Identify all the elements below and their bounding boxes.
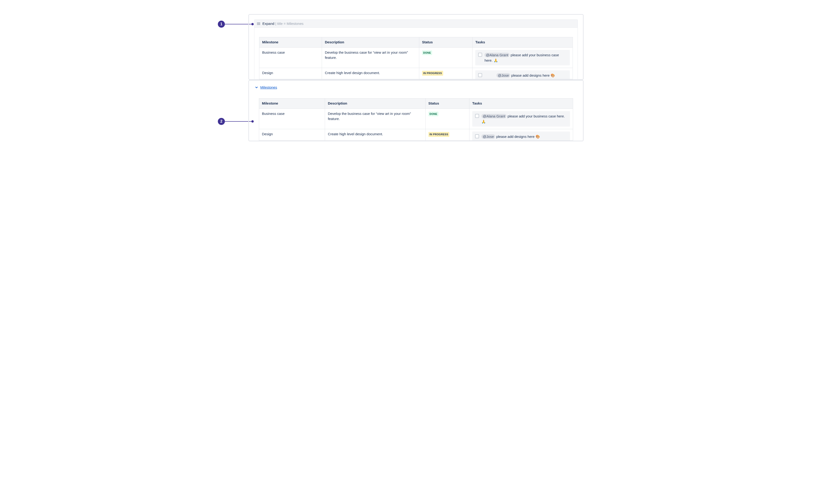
chevron-down-icon (255, 86, 258, 89)
cell-status[interactable]: DONE (425, 109, 469, 129)
col-description: Description (322, 37, 419, 48)
status-badge[interactable]: DONE (422, 50, 432, 55)
callout-line (225, 121, 252, 122)
col-status: Status (419, 37, 472, 48)
task-message: please add your business case here. (506, 114, 565, 118)
expand-block-label-type: Expand (262, 22, 274, 25)
task-text: @Jose please add designs here 🎨 (484, 73, 567, 78)
table-header-row: Milestone Description Status Tasks (260, 37, 573, 48)
task-text: @Alana Grant please add your business ca… (484, 52, 567, 63)
table-row: Business case Develop the business case … (260, 47, 573, 68)
expand-block-body: Milestone Description Status Tasks Busin… (254, 28, 578, 79)
rendered-panel: Milestones Milestone Description Status … (248, 80, 584, 141)
task-card: @Jose please add designs here 🎨 (475, 70, 570, 80)
status-badge[interactable]: IN PROGRESS (422, 71, 443, 76)
expand-block-label-title: | title = Milestones (274, 22, 303, 25)
callout-line (225, 24, 252, 24)
cell-milestone[interactable]: Design (259, 129, 325, 140)
cell-description[interactable]: Develop the business case for “view art … (325, 109, 425, 129)
col-tasks: Tasks (472, 37, 573, 48)
cell-description[interactable]: Create high level design document. (325, 129, 425, 140)
table-row: Design Create high level design document… (260, 68, 573, 79)
cell-tasks[interactable]: @Alana Grant please add your business ca… (469, 109, 573, 129)
cell-milestone[interactable]: Business case (259, 109, 325, 129)
expand-toggle[interactable]: Milestones (254, 85, 578, 91)
col-milestone: Milestone (259, 98, 325, 109)
user-mention[interactable]: @Alana Grant (481, 114, 506, 119)
task-checkbox[interactable] (478, 53, 482, 57)
expand-content: Milestone Description Status Tasks Busin… (254, 91, 578, 140)
milestones-table: Milestone Description Status Tasks Busin… (259, 98, 573, 140)
task-message: please add designs here (510, 73, 551, 77)
expand-block-label: Expand | title = Milestones (262, 22, 303, 25)
col-status: Status (425, 98, 469, 109)
expand-block-header[interactable]: Expand | title = Milestones (254, 19, 578, 28)
task-card: @Jose please add designs here 🎨 (472, 131, 570, 141)
cell-tasks[interactable]: @Alana Grant please add your business ca… (472, 47, 573, 68)
table-row: Business case Develop the business case … (259, 109, 573, 129)
editor-panel: Expand | title = Milestones Milestone De… (248, 14, 584, 80)
table-row: Design Create high level design document… (259, 129, 573, 140)
cell-status[interactable]: IN PROGRESS (425, 129, 469, 140)
callout-number: 2 (218, 118, 225, 125)
hands-emoji-icon: 🙏 (494, 58, 498, 62)
cell-description[interactable]: Develop the business case for “view art … (322, 47, 419, 68)
task-text: @Jose please add designs here 🎨 (481, 134, 567, 139)
cell-tasks[interactable]: @Jose please add designs here 🎨 (472, 68, 573, 79)
palette-emoji-icon: 🎨 (551, 73, 555, 77)
callout-dot (251, 23, 254, 25)
col-tasks: Tasks (469, 98, 573, 109)
milestones-table: Milestone Description Status Tasks Busin… (259, 37, 573, 79)
hands-emoji-icon: 🙏 (481, 120, 486, 124)
col-description: Description (325, 98, 425, 109)
task-card: @Alana Grant please add your business ca… (472, 111, 570, 127)
cell-description[interactable]: Create high level design document. (322, 68, 419, 79)
palette-emoji-icon: 🎨 (536, 134, 540, 139)
task-card: @Alana Grant please add your business ca… (475, 50, 570, 66)
task-checkbox[interactable] (475, 114, 479, 118)
status-badge[interactable]: DONE (428, 112, 439, 116)
status-badge[interactable]: IN PROGRESS (428, 132, 449, 137)
table-header-row: Milestone Description Status Tasks (259, 98, 573, 109)
callout-dot (251, 120, 254, 123)
cell-tasks[interactable]: @Jose please add designs here 🎨 (469, 129, 573, 140)
col-milestone: Milestone (260, 37, 322, 48)
cell-milestone[interactable]: Design (260, 68, 322, 79)
cell-status[interactable]: IN PROGRESS (419, 68, 472, 79)
task-checkbox[interactable] (475, 134, 479, 138)
cell-milestone[interactable]: Business case (260, 47, 322, 68)
cell-status[interactable]: DONE (419, 47, 472, 68)
expand-block-icon (257, 22, 261, 25)
expand-title-link[interactable]: Milestones (260, 85, 277, 89)
callout-number: 1 (218, 21, 225, 28)
user-mention[interactable]: @Jose (481, 134, 495, 139)
task-text: @Alana Grant please add your business ca… (481, 113, 567, 125)
user-mention[interactable]: @Alana Grant (484, 53, 510, 57)
user-mention[interactable]: @Jose (496, 73, 510, 77)
task-message: please add designs here (495, 134, 536, 139)
task-checkbox[interactable] (478, 73, 482, 77)
